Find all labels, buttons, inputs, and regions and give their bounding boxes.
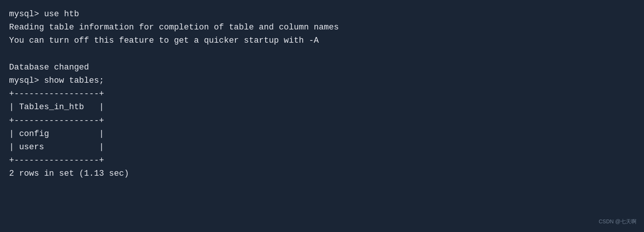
terminal-line: | config | bbox=[9, 127, 635, 141]
watermark: CSDN @七天啊 bbox=[599, 218, 636, 225]
terminal-line: mysql> show tables; bbox=[9, 74, 635, 87]
terminal-line: Reading table information for completion… bbox=[9, 21, 635, 34]
terminal-empty-line bbox=[9, 48, 635, 61]
terminal-line: +-----------------+ bbox=[9, 154, 635, 167]
terminal-window: mysql> use htbReading table information … bbox=[0, 0, 644, 232]
terminal-line: mysql> use htb bbox=[9, 8, 635, 21]
terminal-line: You can turn off this feature to get a q… bbox=[9, 34, 635, 47]
terminal-line: | users | bbox=[9, 141, 635, 154]
terminal-line: 2 rows in set (1.13 sec) bbox=[9, 167, 635, 180]
terminal-line: | Tables_in_htb | bbox=[9, 101, 635, 114]
terminal-output: mysql> use htbReading table information … bbox=[9, 8, 635, 180]
terminal-line: +-----------------+ bbox=[9, 114, 635, 127]
terminal-line: +-----------------+ bbox=[9, 87, 635, 101]
terminal-line: Database changed bbox=[9, 61, 635, 74]
